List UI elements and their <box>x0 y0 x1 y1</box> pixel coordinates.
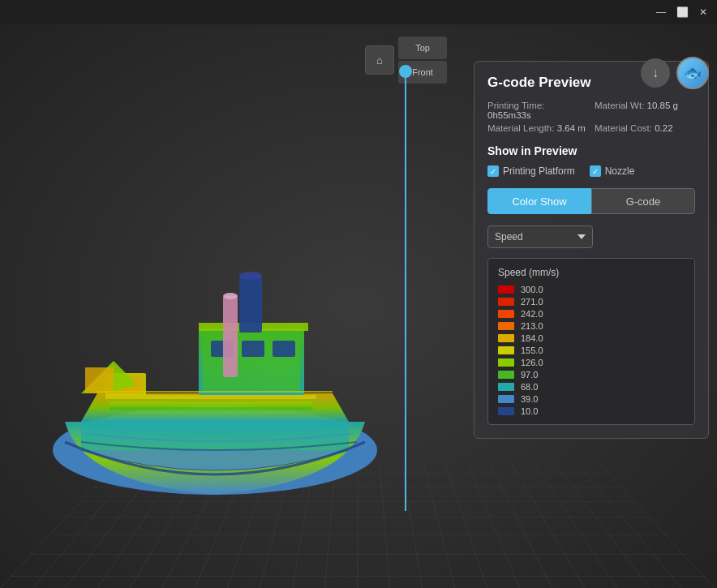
legend-color-swatch <box>498 371 514 379</box>
legend-color-swatch <box>498 334 514 342</box>
legend-item: 271.0 <box>498 297 685 307</box>
printing-time-label: Printing Time: <box>487 101 544 110</box>
close-button[interactable]: ✕ <box>696 5 711 19</box>
printing-platform-checkbox-item[interactable]: ✓ Printing Platform <box>487 165 575 177</box>
title-bar: — ⬜ ✕ <box>0 0 717 24</box>
home-view-button[interactable]: ⌂ <box>365 45 394 75</box>
top-view-button[interactable]: Top <box>398 36 447 59</box>
legend-color-swatch <box>498 285 514 294</box>
legend-color-swatch <box>498 407 514 415</box>
material-cost-val: 0.22 <box>655 123 672 133</box>
material-wt-label: Material Wt: <box>595 101 644 110</box>
printing-time-val: 0h55m33s <box>487 110 531 120</box>
legend-item: 97.0 <box>498 370 685 380</box>
preview-options-row: ✓ Printing Platform ✓ Nozzle <box>487 165 695 177</box>
legend-color-swatch <box>498 322 514 330</box>
gcode-preview-panel: G-code Preview Printing Time: 0h55m33s M… <box>474 61 709 439</box>
legend-color-swatch <box>498 346 514 354</box>
svg-rect-10 <box>273 341 295 357</box>
svg-rect-14 <box>223 296 238 377</box>
legend-item: 300.0 <box>498 285 685 294</box>
printing-platform-label: Printing Platform <box>503 165 575 177</box>
legend-color-swatch <box>498 395 514 403</box>
legend-item: 10.0 <box>498 406 685 416</box>
legend-color-swatch <box>498 383 514 391</box>
legend-value-label: 68.0 <box>521 382 538 392</box>
layer-slider[interactable] <box>397 65 414 511</box>
material-cost-item: Material Cost: 0.22 <box>595 123 695 133</box>
legend-value-label: 300.0 <box>521 285 543 294</box>
home-icon: ⌂ <box>376 54 383 67</box>
nozzle-checkbox-item[interactable]: ✓ Nozzle <box>590 165 635 177</box>
legend-value-label: 97.0 <box>521 370 538 380</box>
print-info-grid: Printing Time: 0h55m33s Material Wt: 10.… <box>487 101 695 133</box>
svg-rect-12 <box>239 276 262 333</box>
maximize-button[interactable]: ⬜ <box>675 5 689 19</box>
legend-item: 155.0 <box>498 346 685 355</box>
legend-item: 126.0 <box>498 358 685 367</box>
svg-rect-2 <box>109 401 312 405</box>
top-right-controls: ↓ 🐟 <box>641 57 709 89</box>
material-wt-item: Material Wt: 10.85 g <box>595 101 695 120</box>
3d-model <box>41 118 414 523</box>
legend-item: 68.0 <box>498 382 685 392</box>
material-length-item: Material Length: 3.64 m <box>487 123 588 133</box>
slider-track <box>405 65 406 511</box>
legend-item: 213.0 <box>498 321 685 331</box>
legend-item: 184.0 <box>498 333 685 343</box>
legend-items-list: 300.0271.0242.0213.0184.0155.0126.097.06… <box>498 285 685 416</box>
legend-value-label: 242.0 <box>521 309 543 319</box>
3d-viewport[interactable]: ⌂ Top Front ↓ 🐟 G-code Preview Printing … <box>0 24 717 588</box>
nozzle-label: Nozzle <box>605 165 635 177</box>
legend-item: 242.0 <box>498 309 685 319</box>
legend-value-label: 271.0 <box>521 297 543 307</box>
legend-value-label: 155.0 <box>521 346 543 355</box>
avatar-icon: 🐟 <box>684 64 702 82</box>
legend-item: 39.0 <box>498 394 685 404</box>
legend-title: Speed (mm/s) <box>498 267 685 278</box>
printing-platform-checkbox[interactable]: ✓ <box>487 165 499 177</box>
slider-thumb[interactable] <box>399 65 412 78</box>
legend-value-label: 213.0 <box>521 321 543 331</box>
svg-rect-3 <box>109 407 312 410</box>
svg-point-13 <box>239 272 262 280</box>
download-button[interactable]: ↓ <box>641 58 670 88</box>
legend-value-label: 39.0 <box>521 394 538 404</box>
color-legend: Speed (mm/s) 300.0271.0242.0213.0184.015… <box>487 258 695 425</box>
view-tab-row: Color Show G-code <box>487 188 695 214</box>
legend-value-label: 10.0 <box>521 406 538 416</box>
material-wt-val: 10.85 g <box>647 101 678 110</box>
speed-dropdown-container: Speed Temperature Layer Height <box>487 225 695 248</box>
avatar-button[interactable]: 🐟 <box>676 57 709 89</box>
svg-rect-9 <box>242 341 264 357</box>
download-icon: ↓ <box>652 66 659 80</box>
material-length-val: 3.64 m <box>557 123 586 133</box>
material-cost-label: Material Cost: <box>595 123 652 133</box>
legend-value-label: 126.0 <box>521 358 543 367</box>
svg-rect-16 <box>85 367 114 393</box>
gcode-tab[interactable]: G-code <box>591 188 695 214</box>
legend-color-swatch <box>498 310 514 318</box>
legend-value-label: 184.0 <box>521 333 543 343</box>
minimize-button[interactable]: — <box>654 5 668 19</box>
show-in-preview-title: Show in Preview <box>487 144 695 157</box>
printing-time-item: Printing Time: 0h55m33s <box>487 101 588 120</box>
legend-color-swatch <box>498 298 514 306</box>
speed-dropdown[interactable]: Speed Temperature Layer Height <box>487 225 593 248</box>
legend-color-swatch <box>498 358 514 367</box>
boat-svg <box>41 134 389 523</box>
nozzle-checkbox[interactable]: ✓ <box>590 165 601 177</box>
svg-point-15 <box>223 293 238 299</box>
material-length-label: Material Length: <box>487 123 554 133</box>
color-show-tab[interactable]: Color Show <box>487 188 591 214</box>
